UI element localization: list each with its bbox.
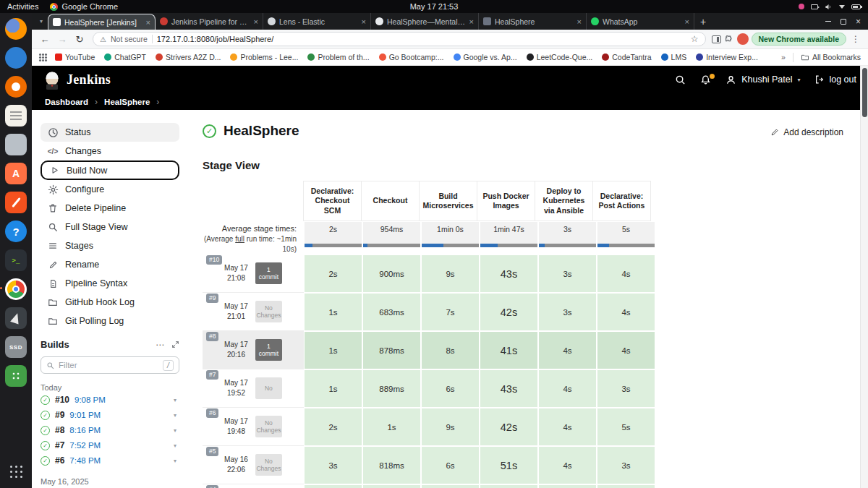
notifications-button[interactable]: [700, 74, 711, 85]
chevron-down-icon[interactable]: ▾: [174, 412, 179, 419]
dock-icon-browser[interactable]: [5, 47, 27, 69]
maximize-button[interactable]: [841, 19, 846, 25]
stage-cell[interactable]: 41s: [480, 331, 538, 369]
stage-cell[interactable]: [480, 484, 538, 488]
stage-cell[interactable]: 683ms: [362, 293, 421, 331]
screen-share-indicator-icon[interactable]: [799, 4, 804, 9]
tab-close-icon[interactable]: ×: [146, 18, 150, 27]
build-cell[interactable]: #5 May 1622:06 NoChanges: [203, 446, 304, 484]
stage-cell[interactable]: 900ms: [362, 254, 421, 293]
stage-cell[interactable]: 1s: [304, 293, 362, 331]
new-tab-button[interactable]: +: [694, 13, 712, 30]
tab-close-icon[interactable]: ×: [469, 17, 474, 26]
url-text[interactable]: 172.17.0.1:8080/job/HealSphere/: [157, 35, 686, 43]
chrome-update-chip[interactable]: New Chrome available: [752, 33, 846, 46]
stage-cell[interactable]: 3s: [597, 446, 655, 484]
tab-healsphere-github[interactable]: HealSphere—Mental-He ×: [371, 13, 479, 30]
jenkins-logo[interactable]: [43, 70, 61, 90]
all-bookmarks-button[interactable]: All Bookmarks: [801, 53, 861, 61]
tab-close-icon[interactable]: ×: [577, 17, 582, 26]
dock-icon-firefox[interactable]: [5, 18, 27, 40]
build-badge[interactable]: #9: [206, 294, 218, 302]
stage-cell[interactable]: 8s: [421, 331, 480, 369]
apps-grid-icon[interactable]: [39, 53, 41, 56]
bookmark-lms[interactable]: LMS: [661, 53, 687, 61]
breadcrumb-healsphere[interactable]: HealSphere: [104, 98, 150, 106]
tab-whatsapp[interactable]: WhatsApp ×: [587, 13, 694, 30]
build-id[interactable]: #8: [55, 425, 64, 435]
sidebar-item-status[interactable]: Status: [41, 123, 179, 142]
stage-cell[interactable]: 2s: [304, 254, 362, 293]
stage-cell[interactable]: 42s: [480, 408, 538, 446]
bookmark-strivers[interactable]: Strivers A2Z D...: [156, 53, 221, 61]
dock-icon-media[interactable]: [5, 76, 27, 98]
stage-cell[interactable]: [597, 484, 655, 488]
stage-cell[interactable]: 878ms: [362, 331, 421, 369]
build-list-item[interactable]: ✓ #7 7:52 PM ▾: [41, 438, 179, 453]
dock-icon-marker[interactable]: [5, 192, 27, 213]
sidebar-item-full-stage-view[interactable]: Full Stage View: [41, 218, 179, 236]
build-badge[interactable]: #6: [206, 408, 218, 417]
user-menu[interactable]: Khushi Patel ▾: [726, 74, 800, 85]
build-list-item[interactable]: ✓ #6 7:48 PM ▾: [41, 453, 179, 468]
stage-cell[interactable]: 42s: [480, 293, 538, 331]
network-icon[interactable]: [839, 5, 845, 9]
stage-cell[interactable]: 1s: [362, 408, 421, 446]
breadcrumb-dashboard[interactable]: Dashboard: [45, 98, 88, 106]
stage-cell[interactable]: 2s: [304, 408, 362, 446]
stage-cell[interactable]: 5s: [597, 408, 655, 446]
stage-cell[interactable]: 3s: [304, 446, 362, 484]
tab-search-chevron-icon[interactable]: ▾: [35, 13, 48, 30]
stage-cell[interactable]: 9s: [421, 408, 480, 446]
profile-avatar[interactable]: [737, 33, 749, 45]
stage-cell[interactable]: 4s: [538, 331, 597, 369]
stage-cell[interactable]: 51s: [480, 446, 538, 484]
dock-icon-chrome[interactable]: [5, 278, 27, 300]
sidebar-item-pipeline-syntax[interactable]: Pipeline Syntax: [41, 274, 179, 293]
jenkins-brand[interactable]: Jenkins: [67, 72, 111, 87]
reload-button[interactable]: ↻: [72, 34, 87, 45]
not-secure-icon[interactable]: ⚠: [100, 35, 106, 43]
bookmarks-overflow-chevron[interactable]: »: [781, 53, 786, 61]
bookmark-chatgpt[interactable]: ChatGPT: [104, 53, 146, 61]
build-badge[interactable]: #8: [206, 332, 218, 341]
activities-button[interactable]: Activities: [7, 2, 38, 11]
build-time[interactable]: 9:01 PM: [69, 411, 101, 419]
minimize-button[interactable]: [825, 21, 831, 22]
build-cell[interactable]: #6 May 1719:48 NoChanges: [203, 408, 304, 446]
stage-cell[interactable]: 4s: [538, 446, 597, 484]
build-id[interactable]: #9: [55, 410, 64, 420]
stage-cell[interactable]: 1s: [304, 369, 362, 408]
build-id[interactable]: #7: [55, 440, 64, 450]
dock-icon-documents[interactable]: [5, 105, 27, 127]
sidebar-item-github-hook-log[interactable]: GitHub Hook Log: [41, 293, 179, 312]
stage-cell[interactable]: 7s: [421, 293, 480, 331]
sidebar-item-configure[interactable]: Configure: [41, 180, 179, 199]
bookmark-google-vs[interactable]: Google vs. Ap...: [454, 53, 517, 61]
dock-icon-software[interactable]: A: [5, 163, 27, 184]
build-id[interactable]: #6: [55, 455, 64, 466]
back-button[interactable]: ←: [38, 34, 52, 45]
stage-cell[interactable]: 4s: [538, 408, 597, 446]
volume-icon[interactable]: [825, 3, 833, 11]
build-cell[interactable]: #7 May 1719:52 No: [203, 369, 304, 408]
tab-lens-elastic[interactable]: Lens - Elastic ×: [263, 13, 371, 30]
stage-cell[interactable]: 3s: [538, 293, 597, 331]
changes-box[interactable]: 1commit: [255, 262, 282, 284]
stage-cell[interactable]: [421, 484, 480, 488]
clock[interactable]: May 17 21:53: [0, 2, 868, 11]
tab-jenkins-pipeline[interactable]: Jenkins Pipeline for Hea ×: [156, 13, 263, 30]
bookmark-interview-exp[interactable]: Interview Exp...: [696, 53, 758, 61]
focused-app-menu[interactable]: Google Chrome: [50, 2, 118, 11]
build-badge[interactable]: #4: [206, 485, 218, 488]
battery-icon[interactable]: [851, 4, 861, 9]
stage-cell[interactable]: 43s: [480, 254, 538, 293]
build-badge[interactable]: #7: [206, 370, 218, 379]
expand-icon[interactable]: [171, 341, 179, 348]
sidebar-item-stages[interactable]: Stages: [41, 236, 179, 255]
stage-cell[interactable]: [362, 484, 421, 488]
build-time[interactable]: 7:48 PM: [69, 456, 101, 465]
build-time[interactable]: 8:16 PM: [69, 426, 101, 435]
tab-healsphere-jenkins[interactable]: HealSphere [Jenkins] ×: [48, 14, 156, 30]
build-time[interactable]: 9:08 PM: [75, 395, 106, 404]
